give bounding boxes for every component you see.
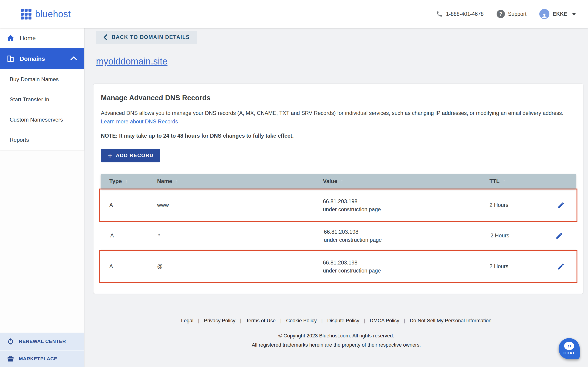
top-header: bluehost 1-888-401-4678 ? Support EKKE [0,0,588,28]
column-header-name[interactable]: Name ↑ [157,178,323,184]
edit-record-button[interactable] [556,261,566,272]
cell-value: 66.81.203.198 under construction page [324,228,490,244]
table-row-www: A www 66.81.203.198 under construction p… [99,189,578,222]
sidebar-item-marketplace[interactable]: MARKETPLACE [0,350,84,367]
phone-number: 1-888-401-4678 [446,11,484,17]
sidebar-item-label: RENEWAL CENTER [19,339,66,344]
help-icon: ? [497,10,505,18]
sidebar-item-buy-domain-names[interactable]: Buy Domain Names [0,69,84,90]
sidebar-item-home[interactable]: Home [0,28,84,48]
sidebar-item-domains[interactable]: Domains [0,48,84,69]
renew-icon [7,338,14,345]
chat-button[interactable]: ” CHAT [559,338,580,359]
sidebar-item-custom-nameservers[interactable]: Custom Nameservers [0,110,84,130]
separator: | [399,318,410,323]
chevron-down-icon [572,13,576,15]
bluehost-app: bluehost 1-888-401-4678 ? Support EKKE [0,0,588,367]
person-icon [541,13,548,19]
bluehost-logo[interactable]: bluehost [21,9,71,19]
cell-ttl: 2 Hours [489,263,556,269]
separator: | [317,318,327,323]
sidebar-item-start-transfer-in[interactable]: Start Transfer In [0,90,84,110]
sort-icon: ↑ [341,178,343,184]
footer-link-legal[interactable]: Legal [181,318,193,323]
support-label: Support [508,11,527,17]
pencil-icon [557,263,565,270]
sidebar-item-label: MARKETPLACE [19,356,57,361]
dns-records-card: Manage Advanced DNS Records Advanced DNS… [93,83,583,294]
brand-name: bluehost [35,9,71,19]
cell-value: 66.81.203.198 under construction page [323,259,489,275]
user-menu[interactable]: EKKE [539,9,576,19]
footer-links: Legal|Privacy Policy|Terms of Use|Cookie… [85,318,588,324]
card-description: Advanced DNS allows you to manage your D… [101,109,576,126]
footer-link-cookie-policy[interactable]: Cookie Policy [286,318,317,323]
card-title: Manage Advanced DNS Records [101,94,576,102]
footer-link-dmca-policy[interactable]: DMCA Policy [370,318,399,323]
cell-ttl: 2 Hours [489,202,556,208]
home-icon [6,34,15,42]
edit-record-button[interactable] [556,200,566,210]
back-button-label: BACK TO DOMAIN DETAILS [112,34,190,40]
sort-icon: ↑ [125,178,128,184]
avatar [539,9,549,19]
phone-link[interactable]: 1-888-401-4678 [436,10,484,17]
cell-ttl: 2 Hours [490,233,554,239]
column-header-value[interactable]: Value ↑ [323,178,489,184]
separator: | [359,318,370,323]
edit-record-button[interactable] [554,231,564,241]
footer: Legal|Privacy Policy|Terms of Use|Cookie… [85,318,588,348]
sidebar-item-reports[interactable]: Reports [0,130,84,150]
dns-note: NOTE: It may take up to 24 to 48 hours f… [101,133,576,139]
chat-bubble-icon: ” [564,342,574,350]
dns-records-table: Type ↑ Name ↑ Value ↑ TTL ↑ [101,174,576,283]
cell-type: A [109,202,157,208]
header-actions: 1-888-401-4678 ? Support EKKE [436,9,576,19]
footer-link-privacy-policy[interactable]: Privacy Policy [204,318,235,323]
separator: | [276,318,286,323]
description-text: Advanced DNS allows you to manage your D… [101,110,563,116]
sidebar-item-renewal-center[interactable]: RENEWAL CENTER [0,333,84,350]
footer-link-do-not-sell[interactable]: Do Not Sell My Personal Information [410,318,492,323]
sidebar-nav: Home Domains Buy Domain Names Start Tran… [0,28,84,150]
table-header-row: Type ↑ Name ↑ Value ↑ TTL ↑ [101,174,576,189]
user-name: EKKE [553,11,567,17]
domain-title-link[interactable]: myolddomain.site [96,56,167,67]
sidebar-bottom: RENEWAL CENTER MARKETPLACE [0,333,84,367]
copyright-text: © Copyright 2023 Bluehost.com. All right… [85,333,588,339]
cell-name: * [158,233,324,239]
chat-label: CHAT [563,351,575,356]
separator: | [193,318,204,323]
sort-icon: ↑ [175,178,178,184]
chevron-left-icon [103,34,108,40]
add-record-label: ADD RECORD [116,152,153,158]
sort-icon: ↑ [503,178,506,184]
footer-link-terms-of-use[interactable]: Terms of Use [246,318,276,323]
trademarks-text: All registered trademarks herein are the… [85,342,588,348]
sidebar-item-label: Home [20,35,36,42]
cell-type: A [110,233,158,239]
bluehost-grid-icon [21,9,32,19]
cell-type: A [109,263,157,269]
pencil-icon [557,201,565,209]
footer-link-dispute-policy[interactable]: Dispute Policy [327,318,359,323]
sidebar: Home Domains Buy Domain Names Start Tran… [0,28,85,367]
column-header-type[interactable]: Type ↑ [109,178,157,184]
add-record-button[interactable]: + ADD RECORD [101,149,160,162]
pencil-icon [555,232,563,240]
main-content: BACK TO DOMAIN DETAILS myolddomain.site … [85,28,588,367]
cell-name: www [157,202,323,208]
sidebar-item-label: Domains [20,55,45,62]
table-row-wildcard: A * 66.81.203.198 under construction pag… [101,222,576,250]
column-header-ttl[interactable]: TTL ↑ [489,178,555,184]
separator: | [235,318,246,323]
table-row-at: A @ 66.81.203.198 under construction pag… [99,250,578,283]
support-link[interactable]: ? Support [497,10,527,18]
cell-name: @ [157,263,323,269]
learn-more-link[interactable]: Learn more about DNS Records [101,119,178,125]
phone-icon [436,10,443,17]
back-to-domain-details-button[interactable]: BACK TO DOMAIN DETAILS [96,31,197,44]
chevron-up-icon [69,55,78,63]
cell-value: 66.81.203.198 under construction page [323,197,489,213]
gift-icon [7,355,14,362]
